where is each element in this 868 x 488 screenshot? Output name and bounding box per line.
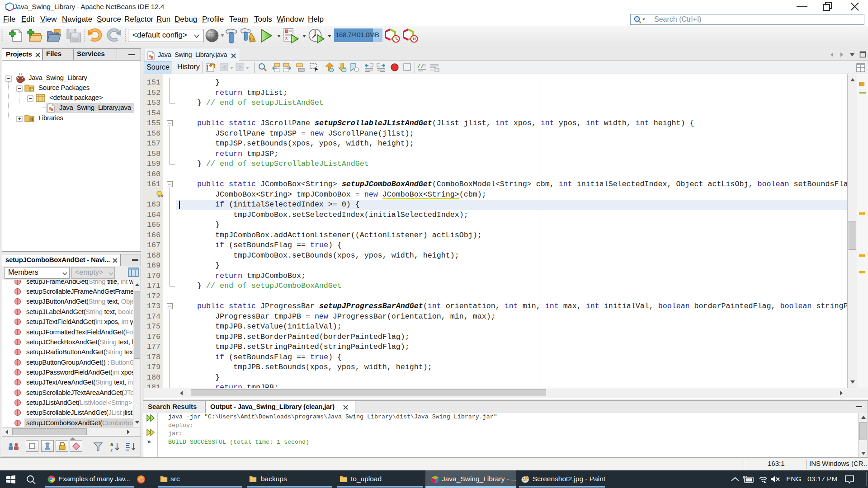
svg-text:3: 3 [285,37,288,41]
svg-text:a: a [110,441,113,447]
svg-text:z: z [110,447,113,452]
